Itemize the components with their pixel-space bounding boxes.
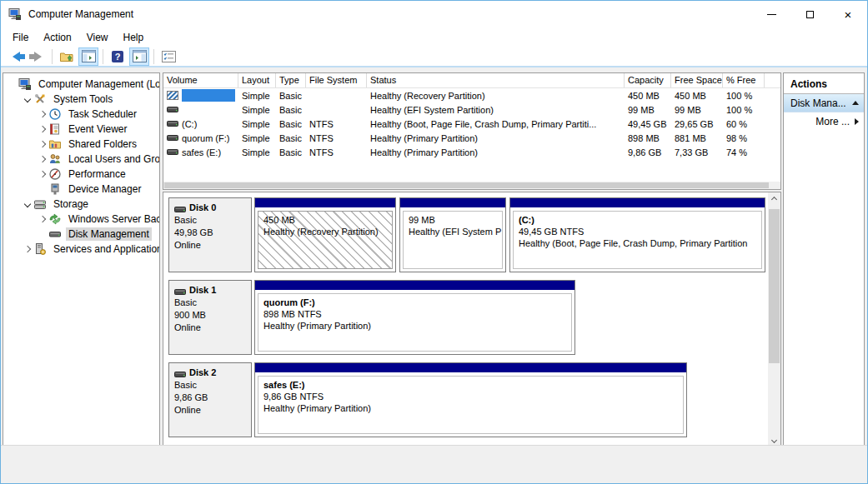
- column-header-free-space[interactable]: Free Space: [671, 73, 723, 87]
- volume-cell-layout: Simple: [238, 102, 276, 117]
- volume-list-header: VolumeLayoutTypeFile SystemStatusCapacit…: [163, 73, 780, 88]
- volume-cell-status: Healthy (Primary Partition): [367, 145, 625, 159]
- volume-icon: [174, 287, 186, 294]
- actions-group-disk-management[interactable]: Disk Mana...: [784, 94, 864, 112]
- graph-scrollbar-thumb[interactable]: [769, 209, 780, 363]
- action-pane-toggle-button[interactable]: [129, 47, 149, 66]
- window-title: Computer Management: [28, 8, 133, 20]
- sidebar-item-shared-folders[interactable]: Shared Folders: [3, 137, 159, 152]
- chevron-right-icon[interactable]: [37, 142, 48, 147]
- device-icon: [48, 182, 62, 196]
- column-header-file-system[interactable]: File System: [306, 73, 367, 87]
- up-level-button[interactable]: [57, 47, 77, 66]
- chevron-down-icon[interactable]: [22, 97, 33, 102]
- column-header-status[interactable]: Status: [367, 73, 625, 87]
- disk-name: Disk 0: [174, 202, 246, 214]
- toolbar-separator: [103, 49, 103, 64]
- volume-cell-status: Healthy (EFI System Partition): [367, 102, 625, 117]
- volume-row[interactable]: SimpleBasicHealthy (Recovery Partition)4…: [163, 88, 780, 102]
- collapse-icon: [852, 101, 859, 105]
- tree-item-label: Local Users and Groups: [66, 152, 160, 166]
- forward-button[interactable]: [28, 47, 48, 66]
- sidebar-item-computer-management-local[interactable]: Computer Management (Local: [3, 77, 159, 92]
- chevron-right-icon[interactable]: [37, 157, 48, 162]
- volume-cell-fs: [306, 88, 367, 102]
- computer-management-window: Computer Management × FileActionViewHelp…: [0, 0, 868, 484]
- partition-title: safes (E:): [263, 379, 681, 391]
- volume-row[interactable]: quorum (F:)SimpleBasicNTFSHealthy (Prima…: [163, 131, 780, 145]
- sidebar-item-storage[interactable]: Storage: [3, 197, 159, 212]
- partition-block[interactable]: 450 MBHealthy (Recovery Partition): [254, 197, 396, 272]
- volume-row[interactable]: safes (E:)SimpleBasicNTFSHealthy (Primar…: [163, 145, 780, 159]
- toolbar: ?: [1, 47, 867, 67]
- volume-list-scrollbar-thumb[interactable]: [164, 182, 769, 188]
- back-button[interactable]: [6, 47, 26, 66]
- disk-label-2[interactable]: Disk 2Basic9,86 GBOnline: [168, 362, 252, 437]
- chevron-right-icon[interactable]: [37, 217, 48, 222]
- volume-row[interactable]: (C:)SimpleBasicNTFSHealthy (Boot, Page F…: [163, 117, 780, 131]
- menu-action[interactable]: Action: [36, 29, 78, 46]
- sidebar-item-windows-server-backup[interactable]: Windows Server Backup: [3, 212, 159, 227]
- tree-item-label: Event Viewer: [66, 122, 129, 136]
- toolbar-separator: [52, 49, 53, 64]
- volume-cell-volume: quorum (F:): [163, 131, 238, 145]
- column-header--free[interactable]: % Free: [723, 73, 765, 87]
- actions-more-label: More ...: [815, 116, 850, 127]
- graph-vertical-scrollbar[interactable]: [768, 192, 780, 447]
- partition-title: quorum (F:): [263, 297, 569, 308]
- volume-cell-pct: 100 %: [723, 88, 765, 102]
- partition-block[interactable]: quorum (F:)898 MB NTFSHealthy (Primary P…: [254, 280, 575, 355]
- minimize-button[interactable]: [752, 1, 790, 27]
- sidebar-item-disk-management[interactable]: Disk Management: [3, 227, 159, 242]
- sidebar-item-local-users-and-groups[interactable]: Local Users and Groups: [3, 152, 159, 167]
- up-level-icon: [59, 50, 74, 63]
- console-tree-toggle-button[interactable]: [78, 47, 98, 66]
- tree-item-label: Shared Folders: [66, 137, 139, 151]
- menu-help[interactable]: Help: [116, 29, 152, 46]
- chevron-right-icon[interactable]: [22, 247, 33, 252]
- close-button[interactable]: ×: [829, 1, 867, 27]
- volume-icon: [167, 147, 179, 157]
- forward-icon: [34, 52, 42, 62]
- column-header-layout[interactable]: Layout: [238, 73, 276, 87]
- sidebar-item-event-viewer[interactable]: Event Viewer: [3, 122, 159, 137]
- sidebar-item-task-scheduler[interactable]: Task Scheduler: [3, 107, 159, 122]
- sidebar-item-system-tools[interactable]: System Tools: [3, 92, 159, 107]
- menu-file[interactable]: File: [5, 29, 36, 46]
- volume-list-horizontal-scrollbar[interactable]: [163, 182, 780, 189]
- volume-cell-free: 29,65 GB: [671, 117, 723, 131]
- column-header-type[interactable]: Type: [276, 73, 306, 87]
- disk-info-line: Basic: [174, 214, 246, 227]
- hatch-icon: [167, 91, 179, 100]
- volume-cell-capacity: 898 MB: [625, 131, 671, 145]
- menu-view[interactable]: View: [79, 29, 116, 46]
- chevron-right-icon[interactable]: [37, 172, 48, 177]
- volume-cell-volume: safes (E:): [163, 145, 238, 159]
- sidebar-item-device-manager[interactable]: Device Manager: [3, 182, 159, 197]
- properties-button[interactable]: [158, 47, 178, 66]
- volume-cell-pct: 98 %: [723, 131, 765, 145]
- partition-block[interactable]: 99 MBHealthy (EFI System P: [399, 197, 506, 272]
- sidebar-item-services-and-applications[interactable]: Services and Applications: [3, 242, 159, 257]
- scroll-up-icon[interactable]: [768, 192, 780, 206]
- partition-block[interactable]: (C:)49,45 GB NTFSHealthy (Boot, Page Fil…: [509, 197, 765, 272]
- volume-list: VolumeLayoutTypeFile SystemStatusCapacit…: [163, 72, 781, 190]
- computer-icon: [8, 7, 22, 21]
- partition-detail: Healthy (EFI System P: [409, 226, 500, 237]
- users-icon: [48, 152, 62, 166]
- help-button[interactable]: ?: [108, 47, 128, 66]
- chevron-right-icon[interactable]: [37, 112, 48, 117]
- chevron-right-icon[interactable]: [37, 127, 48, 132]
- column-header-volume[interactable]: Volume: [163, 73, 238, 87]
- partition-info: 450 MBHealthy (Recovery Partition): [258, 211, 393, 269]
- partition-block[interactable]: safes (E:)9,86 GB NTFSHealthy (Primary P…: [254, 362, 687, 437]
- volume-row[interactable]: SimpleBasicHealthy (EFI System Partition…: [163, 102, 780, 117]
- disk-label-0[interactable]: Disk 0Basic49,98 GBOnline: [168, 197, 252, 272]
- disk-label-1[interactable]: Disk 1Basic900 MBOnline: [168, 280, 252, 355]
- actions-more-button[interactable]: More ...: [784, 112, 864, 131]
- maximize-button[interactable]: [790, 1, 829, 27]
- chevron-down-icon[interactable]: [22, 202, 33, 207]
- column-header-capacity[interactable]: Capacity: [625, 73, 671, 87]
- sidebar-item-performance[interactable]: Performance: [3, 167, 159, 182]
- partition-title: (C:): [519, 214, 760, 226]
